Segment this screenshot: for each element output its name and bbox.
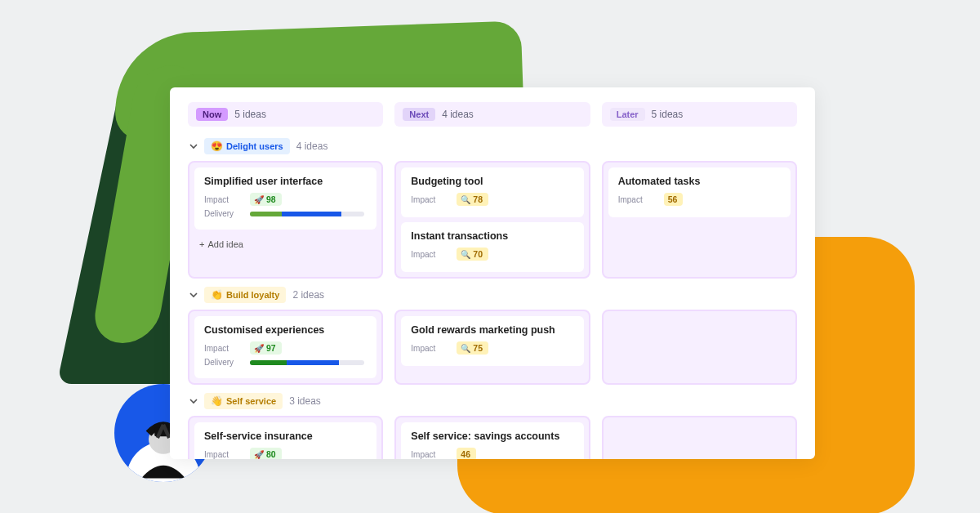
score-value: 70 [473, 249, 483, 259]
chevron-down-icon [189, 142, 198, 150]
column-cell[interactable]: Budgeting tool Impact 🔍 78 Instant trans… [394, 161, 590, 279]
impact-row: Impact 🚀 97 [204, 341, 367, 355]
delivery-label: Delivery [204, 358, 238, 367]
impact-label: Impact [204, 344, 238, 353]
group-name: Build loyalty [226, 290, 279, 300]
group-header[interactable]: 👏 Build loyalty 2 ideas [189, 287, 797, 303]
delivery-bar [250, 212, 364, 216]
column-cell[interactable]: Automated tasks Impact 56 [602, 161, 797, 279]
score-value: 46 [461, 449, 470, 459]
column-header-later[interactable]: Later 5 ideas [602, 102, 797, 127]
impact-row: Impact 🚀 98 [204, 193, 367, 206]
impact-row: Impact 🚀 80 [204, 448, 367, 459]
impact-score: 46 [457, 448, 476, 459]
score-icon: 🔍 [461, 195, 470, 204]
column-headers: Now 5 ideas Next 4 ideas Later 5 ideas [188, 102, 797, 127]
impact-row: Impact 46 [411, 448, 573, 459]
chevron-down-icon [189, 291, 198, 299]
impact-row: Impact 🔍 78 [411, 193, 573, 206]
score-icon: 🚀 [254, 344, 264, 353]
group-emoji-icon: 😍 [211, 141, 223, 152]
card-title: Self service: savings accounts [411, 430, 573, 442]
idea-card[interactable]: Gold rewards marketing push Impact 🔍 75 [401, 316, 583, 366]
delivery-row: Delivery [204, 358, 367, 367]
group-badge: 👏 Build loyalty [204, 287, 286, 303]
card-title: Simplified user interface [204, 176, 367, 187]
column-tag: Next [403, 108, 435, 121]
column-count: 5 ideas [234, 109, 266, 120]
column-cell[interactable]: Gold rewards marketing push Impact 🔍 75 [394, 310, 590, 385]
group-badge: 😍 Delight users [204, 138, 290, 154]
card-title: Automated tasks [618, 176, 781, 187]
score-icon: 🔍 [461, 250, 470, 259]
card-title: Instant transactions [411, 230, 573, 242]
score-value: 97 [266, 343, 276, 353]
group-name: Self service [226, 396, 276, 406]
column-cell[interactable] [602, 416, 797, 459]
impact-label: Impact [411, 250, 445, 259]
impact-score: 56 [664, 193, 684, 206]
group-cards-row: Self-service insurance Impact 🚀 80 al Se… [188, 416, 797, 459]
group-count: 2 ideas [292, 289, 324, 301]
card-title: Gold rewards marketing push [411, 324, 573, 336]
add-idea-button[interactable]: +Add idea [194, 234, 376, 251]
column-header-now[interactable]: Now 5 ideas [188, 102, 383, 127]
group-emoji-icon: 👋 [211, 395, 223, 407]
score-value: 78 [473, 194, 483, 204]
score-value: 75 [473, 343, 483, 353]
group-header[interactable]: 👋 Self service 3 ideas [189, 393, 797, 409]
column-cell[interactable]: Customised experiences Impact 🚀 97 Deliv… [188, 310, 383, 385]
impact-score: 🔍 78 [457, 193, 488, 206]
impact-label: Impact [411, 344, 445, 353]
group-cards-row: Simplified user interface Impact 🚀 98 De… [188, 161, 797, 279]
add-idea-label: Add idea [207, 239, 243, 249]
idea-card[interactable]: Customised experiences Impact 🚀 97 Deliv… [194, 316, 376, 378]
group-header[interactable]: 😍 Delight users 4 ideas [189, 138, 797, 154]
impact-row: Impact 🔍 75 [411, 341, 573, 355]
group-count: 4 ideas [296, 141, 328, 152]
group-name: Delight users [226, 141, 283, 151]
card-title: Self-service insurance [204, 430, 367, 442]
delivery-row: Delivery [204, 209, 367, 218]
impact-label: Impact [618, 195, 653, 204]
delivery-bar [250, 360, 364, 365]
impact-score: 🚀 80 [250, 448, 282, 459]
impact-score: 🚀 98 [250, 193, 282, 206]
delivery-label: Delivery [204, 209, 238, 218]
impact-score: 🔍 70 [457, 248, 488, 261]
impact-score: 🔍 75 [457, 341, 488, 355]
column-cell[interactable] [602, 310, 797, 385]
score-value: 56 [668, 194, 678, 204]
idea-card[interactable]: Budgeting tool Impact 🔍 78 [401, 167, 583, 217]
impact-label: Impact [204, 450, 238, 459]
group-cards-row: Customised experiences Impact 🚀 97 Deliv… [188, 310, 797, 385]
plus-icon: + [199, 239, 204, 249]
score-icon: 🔍 [461, 344, 470, 353]
idea-card[interactable]: Self-service insurance Impact 🚀 80 al [194, 422, 376, 459]
impact-label: Impact [411, 450, 445, 459]
score-icon: 🚀 [254, 195, 264, 204]
column-cell[interactable]: Simplified user interface Impact 🚀 98 De… [188, 161, 383, 279]
column-header-next[interactable]: Next 4 ideas [394, 102, 590, 127]
group-badge: 👋 Self service [204, 393, 283, 409]
idea-card[interactable]: Self service: savings accounts Impact 46 [401, 422, 583, 459]
column-tag: Now [196, 108, 228, 121]
idea-card[interactable]: Instant transactions Impact 🔍 70 [401, 222, 583, 272]
impact-row: Impact 🔍 70 [411, 248, 573, 261]
roadmap-board: Now 5 ideas Next 4 ideas Later 5 ideas 😍… [170, 87, 815, 459]
impact-score: 🚀 97 [250, 341, 282, 355]
card-title: Customised experiences [204, 324, 367, 336]
group-emoji-icon: 👏 [211, 289, 223, 301]
impact-row: Impact 56 [618, 193, 781, 206]
column-tag: Later [610, 108, 645, 121]
score-value: 80 [266, 449, 276, 459]
column-cell[interactable]: Self service: savings accounts Impact 46 [394, 416, 590, 459]
column-cell[interactable]: Self-service insurance Impact 🚀 80 al [188, 416, 383, 459]
group-count: 3 ideas [289, 395, 321, 407]
card-title: Budgeting tool [411, 176, 573, 187]
idea-card[interactable]: Simplified user interface Impact 🚀 98 De… [194, 167, 376, 230]
score-value: 98 [266, 194, 276, 204]
impact-label: Impact [204, 195, 238, 204]
impact-label: Impact [411, 195, 445, 204]
idea-card[interactable]: Automated tasks Impact 56 [608, 167, 791, 217]
